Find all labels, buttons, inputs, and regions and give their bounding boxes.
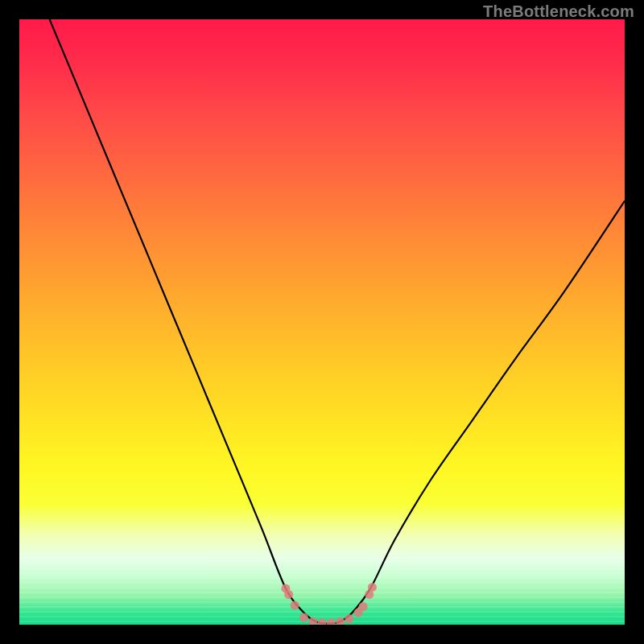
bottleneck-curve (50, 19, 625, 624)
curve-dot (284, 590, 293, 599)
curve-dot (368, 583, 377, 592)
curve-dot (299, 613, 308, 622)
curve-dot (291, 601, 299, 609)
curve-dot (345, 614, 353, 623)
curve-dot (359, 602, 368, 611)
curve-dot (318, 618, 327, 625)
curve-dot (336, 617, 345, 625)
curve-dot (327, 618, 336, 625)
curve-layer (19, 19, 625, 625)
watermark-text: TheBottleneck.com (483, 2, 634, 21)
curve-dots (281, 583, 377, 625)
chart-frame: TheBottleneck.com (0, 0, 644, 644)
